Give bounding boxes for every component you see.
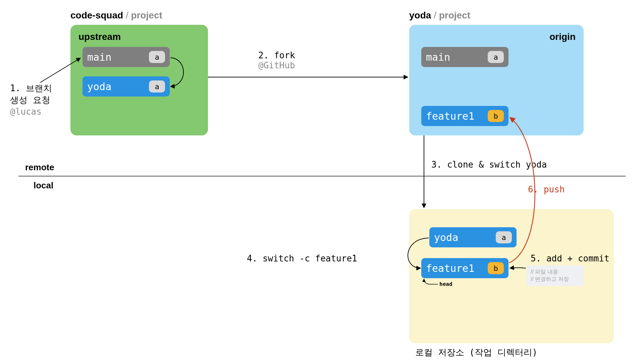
arrow-main-to-yoda bbox=[170, 58, 183, 86]
connectors-svg bbox=[0, 0, 644, 362]
arrow-head bbox=[424, 279, 431, 284]
arrow-add-commit bbox=[510, 268, 526, 268]
diagram-stage: code-squad / project upstream main a yod… bbox=[0, 0, 644, 362]
arrow-switch-c bbox=[408, 238, 429, 268]
arrow-step1 bbox=[40, 58, 80, 82]
arrow-push bbox=[509, 117, 535, 263]
